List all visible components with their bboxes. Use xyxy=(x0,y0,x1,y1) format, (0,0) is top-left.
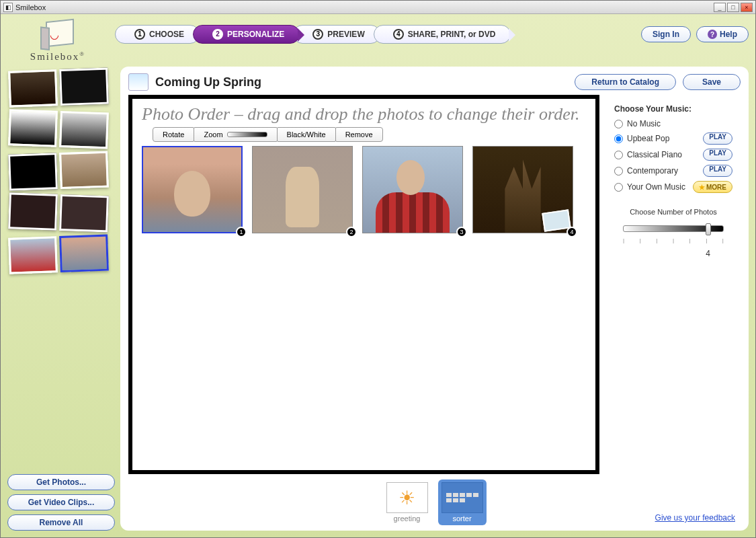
zoom-slider[interactable] xyxy=(227,132,267,137)
photo-count-slider[interactable] xyxy=(623,225,724,232)
right-panel: Choose Your Music: No Music Upbeat PopPL… xyxy=(606,95,741,474)
photo-slot[interactable]: 4 xyxy=(472,146,573,233)
project-title: Coming Up Spring xyxy=(155,75,261,89)
maximize-button[interactable]: □ xyxy=(727,3,739,12)
rotate-button[interactable]: Rotate xyxy=(153,127,194,142)
photo-slot[interactable]: 3 xyxy=(362,146,463,233)
sidebar-buttons: Get Photos... Get Video Clips... Remove … xyxy=(7,471,115,531)
get-video-clips-button[interactable]: Get Video Clips... xyxy=(7,494,115,510)
black-white-button[interactable]: Black/White xyxy=(277,127,336,142)
star-icon: ★ xyxy=(699,184,705,191)
slider-knob[interactable] xyxy=(706,223,711,235)
sun-icon: ☀ xyxy=(398,487,415,509)
center-header: Coming Up Spring Return to Catalog Save xyxy=(128,73,741,91)
tray-thumb[interactable] xyxy=(8,109,58,147)
remove-all-button[interactable]: Remove All xyxy=(7,514,115,531)
music-option-contemporary[interactable]: ContemporaryPLAY xyxy=(614,165,732,177)
step-preview[interactable]: 3PREVIEW xyxy=(293,25,380,44)
step-share[interactable]: 4SHARE, PRINT, or DVD xyxy=(374,25,511,44)
zoom-tool[interactable]: Zoom xyxy=(194,127,277,142)
music-option-classical[interactable]: Classical PianoPLAY xyxy=(614,149,732,161)
top-buttons: Sign In ?Help xyxy=(641,26,749,42)
tray-thumb[interactable] xyxy=(8,192,58,230)
app-window: ◧ Smilebox _ □ × ◡ 1CHOOSE 2PERSONALIZE … xyxy=(0,0,756,538)
photo-slot[interactable]: 2 xyxy=(252,146,353,233)
help-button[interactable]: ?Help xyxy=(696,26,749,42)
logo-icon: ◡ xyxy=(38,19,78,50)
music-heading: Choose Your Music: xyxy=(614,104,732,114)
play-button[interactable]: PLAY xyxy=(703,149,732,161)
window-title: Smilebox xyxy=(15,3,46,11)
instruction-text: Photo Order – drag and drop the photos t… xyxy=(132,99,595,127)
main-row: Get Photos... Get Video Clips... Remove … xyxy=(7,67,749,531)
canvas-frame: Photo Order – drag and drop the photos t… xyxy=(128,95,599,474)
titlebar: ◧ Smilebox _ □ × xyxy=(1,1,755,14)
photo-toolbar: Rotate Zoom Black/White Remove xyxy=(153,127,595,142)
canvas: Photo Order – drag and drop the photos t… xyxy=(132,99,595,470)
tab-sorter[interactable]: sorter xyxy=(438,479,487,525)
step-choose[interactable]: 1CHOOSE xyxy=(115,25,200,44)
remove-photo-button[interactable]: Remove xyxy=(335,127,383,142)
more-button[interactable]: ★MORE xyxy=(693,181,732,193)
sign-in-button[interactable]: Sign In xyxy=(641,26,691,42)
help-icon: ? xyxy=(708,30,717,39)
music-option-none[interactable]: No Music xyxy=(614,119,732,128)
tray-thumb[interactable] xyxy=(59,194,109,232)
top-row: ◡ 1CHOOSE 2PERSONALIZE 3PREVIEW 4SHARE, … xyxy=(7,20,749,49)
music-option-upbeat[interactable]: Upbeat PopPLAY xyxy=(614,132,732,145)
tab-greeting[interactable]: ☀ greeting xyxy=(383,479,431,525)
photo-count-value: 4 xyxy=(623,249,724,258)
photo-row: 1 2 3 4 xyxy=(132,143,595,236)
get-photos-button[interactable]: Get Photos... xyxy=(7,474,115,490)
tray-thumb[interactable] xyxy=(8,153,58,190)
app-icon: ◧ xyxy=(3,3,13,12)
play-button[interactable]: PLAY xyxy=(703,165,732,177)
photo-tray xyxy=(7,67,115,471)
sidebar: Get Photos... Get Video Clips... Remove … xyxy=(7,67,115,531)
tray-thumb[interactable] xyxy=(59,68,109,106)
tray-thumb[interactable] xyxy=(8,236,58,274)
center-panel: Coming Up Spring Return to Catalog Save … xyxy=(120,67,749,531)
photo-slot[interactable]: 1 xyxy=(142,146,243,233)
close-button[interactable]: × xyxy=(741,3,753,12)
tray-thumb[interactable] xyxy=(8,69,58,107)
photo-count-label: Choose Number of Photos xyxy=(614,208,732,216)
minimize-button[interactable]: _ xyxy=(714,3,726,12)
step-personalize[interactable]: 2PERSONALIZE xyxy=(193,25,300,44)
brand: ◡ xyxy=(7,19,108,50)
return-to-catalog-button[interactable]: Return to Catalog xyxy=(575,74,676,90)
center-wrap: Coming Up Spring Return to Catalog Save … xyxy=(120,67,749,531)
step-nav: 1CHOOSE 2PERSONALIZE 3PREVIEW 4SHARE, PR… xyxy=(115,25,634,44)
tray-thumb-selected[interactable] xyxy=(59,235,109,272)
brand-name-row: Smilebox® xyxy=(7,49,108,63)
feedback-link[interactable]: Give us your feedback xyxy=(655,513,735,523)
music-option-own[interactable]: Your Own Music★MORE xyxy=(614,181,732,193)
tray-thumb[interactable] xyxy=(59,151,109,189)
bottom-tabs: ☀ greeting sorter xyxy=(128,474,741,525)
template-thumb-icon xyxy=(128,73,149,91)
save-button[interactable]: Save xyxy=(683,74,741,90)
app-body: ◡ 1CHOOSE 2PERSONALIZE 3PREVIEW 4SHARE, … xyxy=(1,14,755,537)
grid-icon xyxy=(446,493,478,502)
tray-thumb[interactable] xyxy=(59,111,109,149)
music-options: No Music Upbeat PopPLAY Classical PianoP… xyxy=(614,119,732,193)
play-button[interactable]: PLAY xyxy=(703,132,732,145)
